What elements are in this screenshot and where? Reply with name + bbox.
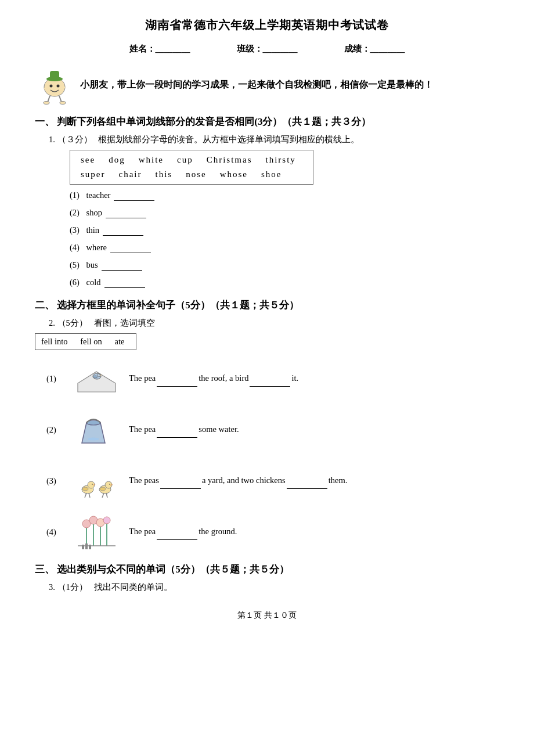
mascot-icon xyxy=(35,65,74,105)
word-box-table: see dog white cup Christmas thirsty supe… xyxy=(70,150,313,185)
svg-rect-4 xyxy=(50,71,59,80)
svg-point-18 xyxy=(88,437,99,440)
word-box-row2: super chair this nose whose shoe xyxy=(81,170,282,179)
svg-point-1 xyxy=(50,85,53,88)
svg-point-16 xyxy=(93,376,98,378)
svg-line-31 xyxy=(102,493,104,498)
page-title: 湖南省常德市六年级上学期英语期中考试试卷 xyxy=(35,17,499,33)
svg-line-24 xyxy=(85,493,86,498)
fill-item-4: (4) where xyxy=(70,243,499,253)
fill-item-6: (6) cold xyxy=(70,278,499,288)
q2-image xyxy=(73,409,120,450)
class-label: 班级：________ xyxy=(237,44,298,55)
section2-q2: (2) The pea some water. xyxy=(46,409,499,450)
section3-title: 三、 选出类别与众不同的单词（5分）（共５题；共５分） xyxy=(35,563,499,576)
svg-point-8 xyxy=(60,102,66,105)
q2-text: The pea some water. xyxy=(129,422,239,437)
fill-item-2: (2) shop xyxy=(70,208,499,218)
section2-q1: (1) The pea the roof, a bird it. xyxy=(46,358,499,399)
q3-text: The peas a yard, and two chickens them. xyxy=(129,473,347,488)
header-info: 姓名：________ 班级：________ 成绩：________ xyxy=(35,44,499,55)
fill-item-5: (5) bus xyxy=(70,260,499,271)
mascot-row: 小朋友，带上你一段时间的学习成果，一起来做个自我检测吧，相信你一定是最棒的！ xyxy=(35,65,499,105)
svg-point-15 xyxy=(99,374,100,375)
name-label: 姓名：________ xyxy=(129,44,190,55)
section3-question-intro: 3. （1分） 找出不同类的单词。 xyxy=(49,582,499,593)
q1-image xyxy=(73,358,120,399)
svg-point-30 xyxy=(100,487,106,491)
svg-point-22 xyxy=(92,484,93,485)
svg-rect-42 xyxy=(82,545,84,549)
svg-point-36 xyxy=(103,517,110,524)
fill-item-1: (1) teacher xyxy=(70,190,499,201)
svg-point-2 xyxy=(57,85,60,88)
section2-q4: (4) The pea the ground. xyxy=(46,512,499,552)
q4-text: The pea the ground. xyxy=(129,524,237,539)
svg-rect-44 xyxy=(89,545,91,549)
q1-text: The pea the roof, a bird it. xyxy=(129,370,298,386)
section2-title: 二、 选择方框里的单词补全句子（5分）（共１题；共５分） xyxy=(35,298,499,312)
section1-title: 一、 判断下列各组中单词划线部分的发音是否相同(3分）（共１题；共３分） xyxy=(35,115,499,128)
svg-point-23 xyxy=(82,487,88,491)
svg-point-7 xyxy=(44,102,49,105)
svg-rect-43 xyxy=(85,543,88,549)
q3-image xyxy=(73,460,120,501)
word-box-row1: see dog white cup Christmas thirsty xyxy=(81,155,296,164)
fill-items: (1) teacher (2) shop (3) thin (4) where … xyxy=(70,190,499,288)
fill-item-3: (3) thin xyxy=(70,225,499,236)
score-label: 成绩：________ xyxy=(344,44,405,55)
section2-word-box: fell into fell on ate xyxy=(35,333,499,350)
q4-image xyxy=(73,512,120,552)
section1-question-intro: 1. （３分） 根据划线部分字母的读音。从方框中选择单词填写到相应的横线上。 xyxy=(49,134,499,145)
svg-point-29 xyxy=(109,484,110,485)
svg-line-32 xyxy=(106,493,107,498)
section2-q3: (3) The peas a yard, and two chickens xyxy=(46,460,499,501)
mascot-text: 小朋友，带上你一段时间的学习成果，一起来做个自我检测吧，相信你一定是最棒的！ xyxy=(80,79,433,91)
svg-line-25 xyxy=(89,493,90,498)
page-footer: 第１页 共１０页 xyxy=(35,610,499,621)
section2-question-intro: 2. （5分） 看图，选词填空 xyxy=(49,318,499,329)
